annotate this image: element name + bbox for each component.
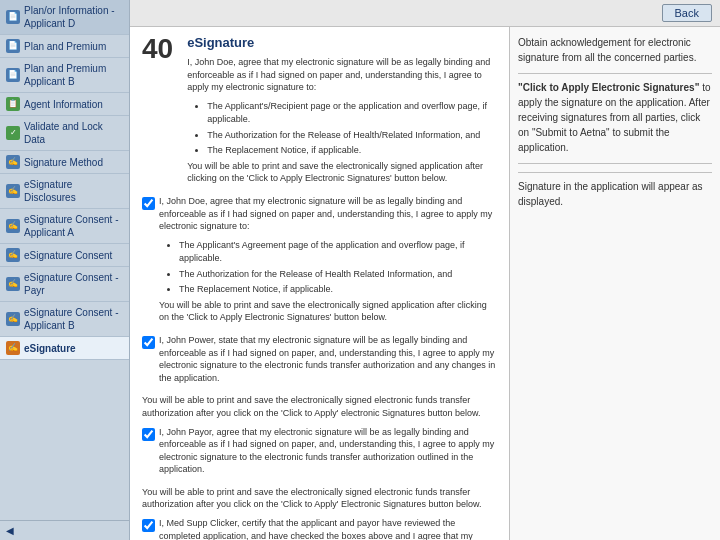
bullet-1-1: The Applicant's/Recipient page or the ap… (207, 100, 497, 127)
section-40: 40 eSignature I, John Doe, agree that my… (142, 35, 497, 540)
bullet-1-3: The Replacement Notice, if applicable. (207, 144, 497, 158)
help-panel: Obtain acknowledgement for electronic si… (510, 27, 720, 540)
esig-consent-b-icon: ✍ (6, 312, 20, 326)
consent-text-2: You will be able to print and save the e… (187, 160, 497, 185)
sidebar: 📄 Plan/or Information - Applicant D 📄 Pl… (0, 0, 130, 540)
esig-disclosure-icon: ✍ (6, 184, 20, 198)
sidebar-item-esig-consent-a[interactable]: ✍ eSignature Consent - Applicant A (0, 209, 129, 244)
bullet-list-1: The Applicant's/Recipient page or the ap… (207, 100, 497, 158)
validate-icon: ✓ (6, 126, 20, 140)
sidebar-item-agent-info[interactable]: 📋 Agent Information (0, 93, 129, 116)
consent-text-3: You will be able to print and save the e… (159, 299, 497, 324)
sidebar-item-plan-premium[interactable]: 📄 Plan and Premium (0, 35, 129, 58)
sidebar-item-label: eSignature Consent - Applicant B (24, 306, 123, 332)
sidebar-item-esignature[interactable]: ✍ eSignature (0, 337, 129, 360)
checkbox-2[interactable] (142, 197, 155, 210)
help-para-2-title: "Click to Apply Electronic Signatures" (518, 82, 699, 93)
checkbox-text-2: I, John Doe, agree that my electronic si… (159, 195, 497, 233)
sidebar-item-label: Agent Information (24, 98, 103, 111)
checkbox-text-3: I, John Power, state that my electronic … (159, 334, 497, 384)
esig-consent-icon: ✍ (6, 248, 20, 262)
checkbox-text-4: I, John Payor, agree that my electronic … (159, 426, 497, 476)
help-para-1: Obtain acknowledgement for electronic si… (518, 35, 712, 65)
esig-consent-a-icon: ✍ (6, 219, 20, 233)
bullet-2-3: The Replacement Notice, if applicable. (179, 283, 497, 297)
sidebar-item-label: Validate and Lock Data (24, 120, 123, 146)
checkbox-row-5: I, Med Supp Clicker, certify that the ap… (142, 517, 497, 540)
sidebar-item-label: eSignature Disclosures (24, 178, 123, 204)
sidebar-item-esig-consent-payr[interactable]: ✍ eSignature Consent - Payr (0, 267, 129, 302)
content-split: 40 eSignature I, John Doe, agree that my… (130, 27, 720, 540)
checkbox-3[interactable] (142, 336, 155, 349)
bullet-2-1: The Applicant's Agreement page of the ap… (179, 239, 497, 266)
sidebar-item-label: eSignature Consent (24, 249, 112, 262)
help-para-4: Signature in the application will appear… (518, 179, 712, 209)
sig-method-icon: ✍ (6, 155, 20, 169)
esignature-icon: ✍ (6, 341, 20, 355)
help-para-2: "Click to Apply Electronic Signatures" t… (518, 80, 712, 155)
plan-premium-icon: 📄 (6, 39, 20, 53)
sidebar-item-validate[interactable]: ✓ Validate and Lock Data (0, 116, 129, 151)
section-title: eSignature (187, 35, 497, 50)
top-bar: Back (130, 0, 720, 27)
sidebar-item-plan-premium-b[interactable]: 📄 Plan and Premium Applicant B (0, 58, 129, 93)
sidebar-collapse-button[interactable]: ◀ (0, 521, 129, 540)
checkbox-text-5: I, Med Supp Clicker, certify that the ap… (159, 517, 497, 540)
bullet-2-2: The Authorization for the Release of Hea… (179, 268, 497, 282)
plan-premium-b-icon: 📄 (6, 68, 20, 82)
main-content: Back 40 eSignature I, John Doe, agree th… (130, 0, 720, 540)
sidebar-item-label: Plan/or Information - Applicant D (24, 4, 123, 30)
document-area: 40 eSignature I, John Doe, agree that my… (130, 27, 510, 540)
consent-text-1: I, John Doe, agree that my electronic si… (187, 56, 497, 94)
checkbox-row-4: I, John Payor, agree that my electronic … (142, 426, 497, 482)
bullet-list-2: The Applicant's Agreement page of the ap… (179, 239, 497, 297)
sidebar-item-label: eSignature (24, 342, 76, 355)
sidebar-item-label: Plan and Premium Applicant B (24, 62, 123, 88)
agent-info-icon: 📋 (6, 97, 20, 111)
step-40-badge: 40 (142, 35, 173, 63)
sidebar-item-esig-consent[interactable]: ✍ eSignature Consent (0, 244, 129, 267)
plan-info-icon: 📄 (6, 10, 20, 24)
sidebar-item-label: Plan and Premium (24, 40, 106, 53)
help-divider (518, 73, 712, 74)
checkbox-row-2: I, John Doe, agree that my electronic si… (142, 195, 497, 330)
checkbox-row-3: I, John Power, state that my electronic … (142, 334, 497, 390)
checkbox-5[interactable] (142, 519, 155, 532)
checkbox-4[interactable] (142, 428, 155, 441)
sidebar-item-label: eSignature Consent - Applicant A (24, 213, 123, 239)
consent-text-4: You will be able to print and save the e… (142, 394, 497, 419)
help-divider-2 (518, 163, 712, 164)
sidebar-item-esig-disclosure[interactable]: ✍ eSignature Disclosures (0, 174, 129, 209)
sidebar-item-esig-consent-b[interactable]: ✍ eSignature Consent - Applicant B (0, 302, 129, 337)
bullet-1-2: The Authorization for the Release of Hea… (207, 129, 497, 143)
back-button[interactable]: Back (662, 4, 712, 22)
sidebar-item-label: eSignature Consent - Payr (24, 271, 123, 297)
help-divider-3 (518, 172, 712, 173)
sidebar-item-label: Signature Method (24, 156, 103, 169)
consent-text-5: You will be able to print and save the e… (142, 486, 497, 511)
esig-consent-payr-icon: ✍ (6, 277, 20, 291)
sidebar-item-plan-info[interactable]: 📄 Plan/or Information - Applicant D (0, 0, 129, 35)
sidebar-bottom: ◀ (0, 520, 129, 540)
sidebar-item-sig-method[interactable]: ✍ Signature Method (0, 151, 129, 174)
